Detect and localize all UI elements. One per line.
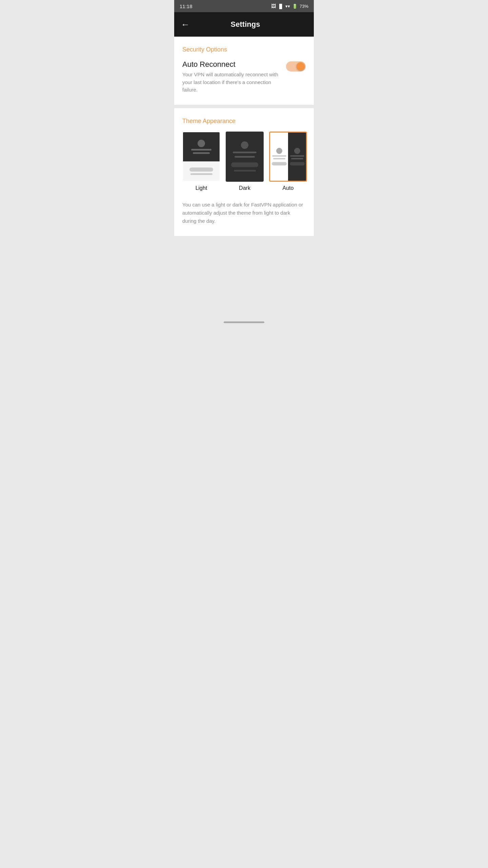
auto-avatar-right (294, 148, 300, 154)
auto-btn-right (290, 162, 305, 165)
theme-description: You can use a light or dark for FastVPN … (182, 201, 306, 225)
theme-cards: Light Dark (182, 132, 306, 191)
theme-card-dark (226, 132, 264, 182)
auto-reconnect-text: Auto Reconnect Your VPN will automatical… (182, 60, 281, 94)
bottom-handle (174, 317, 314, 327)
theme-card-auto (269, 132, 307, 182)
dark-line-2 (235, 156, 255, 158)
theme-option-light[interactable]: Light (182, 132, 220, 191)
auto-reconnect-toggle-wrapper[interactable] (286, 60, 306, 72)
section-divider (174, 105, 314, 108)
status-time: 11:18 (180, 3, 192, 9)
light-card-bottom (183, 161, 220, 181)
theme-option-auto[interactable]: Auto (269, 132, 307, 191)
dark-line-1 (233, 152, 257, 153)
light-line-1 (191, 149, 211, 151)
auto-line-right-2 (291, 158, 303, 159)
security-section: Security Options Auto Reconnect Your VPN… (174, 37, 314, 105)
auto-btn-left (272, 162, 287, 165)
vibrate-icon: ▐▌ (278, 4, 283, 9)
home-handle-bar (224, 321, 264, 323)
light-avatar (198, 140, 205, 147)
theme-section-title: Theme Appearance (182, 118, 306, 125)
status-bar: 11:18 🖼 ▐▌ ▾▾ 🔋 73% (174, 0, 314, 12)
theme-label-dark: Dark (239, 185, 250, 191)
light-line-2 (193, 152, 210, 154)
dark-line-sm (234, 170, 256, 172)
theme-option-dark[interactable]: Dark (226, 132, 264, 191)
auto-reconnect-row: Auto Reconnect Your VPN will automatical… (182, 60, 306, 94)
auto-reconnect-toggle[interactable] (286, 61, 306, 72)
auto-right-panel (288, 133, 306, 181)
image-icon: 🖼 (271, 3, 276, 9)
light-card-top (183, 132, 220, 161)
battery-percent: 73% (300, 4, 308, 9)
toggle-thumb (297, 62, 305, 71)
content: Security Options Auto Reconnect Your VPN… (174, 37, 314, 236)
light-btn-bar (189, 167, 213, 172)
theme-card-light (182, 132, 220, 182)
bottom-gray-area (174, 236, 314, 317)
theme-section: Theme Appearance Light (174, 108, 314, 236)
light-line-sm (190, 173, 212, 175)
security-section-title: Security Options (182, 46, 306, 53)
auto-left-panel (270, 133, 288, 181)
back-button[interactable]: ← (180, 18, 191, 31)
dark-btn-bar (231, 162, 258, 167)
page-title: Settings (197, 20, 294, 29)
auto-line-right-1 (290, 155, 304, 157)
theme-label-light: Light (196, 185, 207, 191)
app-bar: ← Settings (174, 12, 314, 37)
battery-icon: 🔋 (292, 4, 298, 9)
dark-avatar (241, 141, 248, 149)
auto-line-left-1 (272, 155, 286, 157)
auto-avatar-left (276, 148, 282, 154)
auto-line-left-2 (273, 158, 285, 159)
wifi-icon: ▾▾ (285, 4, 290, 9)
auto-reconnect-label: Auto Reconnect (182, 60, 281, 69)
status-icons: 🖼 ▐▌ ▾▾ 🔋 73% (271, 3, 308, 9)
auto-reconnect-description: Your VPN will automatically reconnect wi… (182, 71, 281, 94)
theme-label-auto: Auto (283, 185, 294, 191)
